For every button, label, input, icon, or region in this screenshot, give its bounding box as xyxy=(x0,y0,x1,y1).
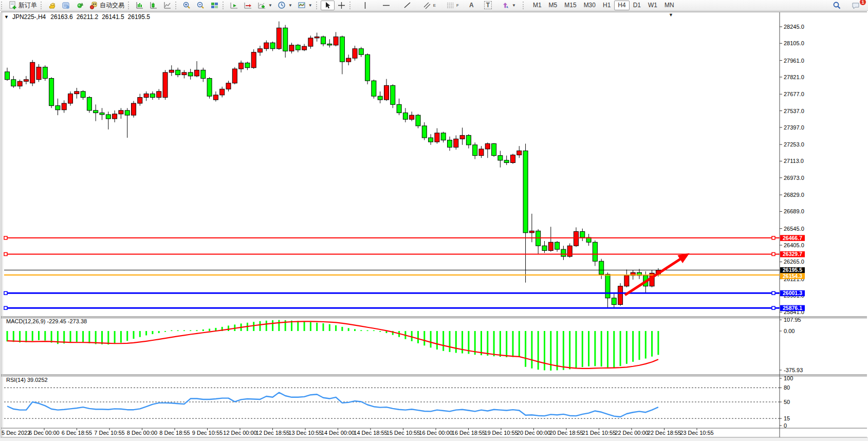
fibonacci-tool-button[interactable]: F xyxy=(444,1,461,10)
tile-windows-button[interactable] xyxy=(208,1,221,10)
line-handle[interactable] xyxy=(4,252,7,255)
timeframe-button-m30[interactable]: M30 xyxy=(580,1,599,10)
time-tick-label: 16 Dec 00:00 xyxy=(419,430,452,436)
chat-bubble-icon xyxy=(852,1,860,10)
candle-down xyxy=(296,45,300,50)
indicators-button[interactable]: ▼ xyxy=(255,1,275,10)
candle-down xyxy=(56,106,60,110)
line-handle[interactable] xyxy=(4,291,7,295)
candle-down xyxy=(125,111,130,115)
candle-down xyxy=(523,151,528,232)
zoom-out-button[interactable] xyxy=(194,1,208,10)
candle-chart-type-button[interactable] xyxy=(146,1,160,10)
timeframe-button-m15[interactable]: M15 xyxy=(561,1,580,10)
price-tick-label: 27537.0 xyxy=(784,108,804,114)
candle-down xyxy=(492,144,496,156)
timeframe-button-d1[interactable]: D1 xyxy=(630,1,644,10)
time-tick-label: 20 Dec 18:55 xyxy=(549,430,583,436)
notification-badge: 1 xyxy=(860,0,866,5)
line-chart-type-button[interactable] xyxy=(160,1,174,10)
timeframe-button-w1[interactable]: W1 xyxy=(644,1,661,10)
trendline-icon xyxy=(403,1,412,10)
horizontal-line-tool-button[interactable] xyxy=(379,1,393,10)
auto-scroll-button[interactable] xyxy=(227,1,241,10)
arrows-tool-button[interactable]: ▼ xyxy=(498,1,519,10)
line-handle[interactable] xyxy=(772,236,775,240)
line-handle[interactable] xyxy=(4,236,7,240)
candle-down xyxy=(555,242,560,249)
notifications-button[interactable]: 1 xyxy=(849,1,863,10)
symbol-ohlc-header: ▼ JPN225-,H4 26163.6 26211.2 26141.5 261… xyxy=(4,13,150,21)
candle-up xyxy=(24,80,28,81)
zoom-out-icon xyxy=(196,1,205,10)
rsi-axis-label: 100 xyxy=(784,375,793,381)
time-tick-label: 7 Dec 10:55 xyxy=(94,430,124,436)
candle-down xyxy=(466,135,471,144)
cursor-tool-button[interactable] xyxy=(321,1,335,10)
candle-down xyxy=(372,81,376,96)
zoom-in-button[interactable] xyxy=(180,1,194,10)
candle-down xyxy=(397,104,401,113)
rsi-axis-label: 80 xyxy=(784,384,790,391)
chart-window[interactable]: 28245.028105.027961.027821.027677.027537… xyxy=(0,11,868,437)
vertical-line-icon xyxy=(361,1,370,10)
timeframe-button-m1[interactable]: M1 xyxy=(529,1,545,10)
equidistant-channel-tool-button[interactable]: E xyxy=(420,1,438,10)
timeframe-button-h4[interactable]: H4 xyxy=(614,1,629,10)
templates-button[interactable]: ▼ xyxy=(295,1,315,10)
chart-shift-button[interactable] xyxy=(241,1,255,10)
price-tick-label: 27961.0 xyxy=(784,58,804,64)
timeframe-button-mn[interactable]: MN xyxy=(661,1,678,10)
line-handle[interactable] xyxy=(772,252,775,255)
chevron-down-icon: ▼ xyxy=(4,14,9,20)
candle-up xyxy=(239,63,244,69)
line-handle[interactable] xyxy=(4,306,7,309)
candlestick-chart-icon xyxy=(149,1,158,10)
horizontal-levels: 26466.726329.726195.526154.326001.325876… xyxy=(4,235,805,311)
crosshair-tool-button[interactable] xyxy=(335,1,348,10)
bar-chart-icon xyxy=(135,1,144,10)
template-icon xyxy=(298,1,306,10)
channel-icon xyxy=(423,1,432,10)
market-watch-icon xyxy=(48,1,57,10)
price-tick-label: 27677.0 xyxy=(784,91,804,97)
text-label-tool-button[interactable]: T xyxy=(482,1,494,10)
alerts-icon xyxy=(76,1,84,10)
candle-up xyxy=(460,135,465,139)
candle-up xyxy=(195,70,199,76)
candle-up xyxy=(226,83,231,89)
periods-button[interactable]: ▼ xyxy=(275,1,295,10)
search-button[interactable] xyxy=(830,1,844,10)
time-tick-label: 6 Dec 00:00 xyxy=(29,430,59,436)
candle-down xyxy=(106,115,110,119)
candle-down xyxy=(599,261,604,274)
time-tick-label: 8 Dec 00:00 xyxy=(127,430,157,436)
alerts-button[interactable] xyxy=(73,1,87,10)
price-tick-label: 27821.0 xyxy=(784,74,804,80)
auto-scroll-icon xyxy=(230,1,238,10)
candle-up xyxy=(169,70,174,72)
candle-down xyxy=(448,140,452,148)
market-watch-button[interactable] xyxy=(45,1,59,10)
line-handle[interactable] xyxy=(772,291,775,295)
timeframe-button-h1[interactable]: H1 xyxy=(599,1,614,10)
price-tick-label: 26973.0 xyxy=(784,175,804,181)
chart-shift-marker-icon[interactable]: ▼ xyxy=(669,12,673,17)
line-handle[interactable] xyxy=(772,306,775,309)
data-window-icon xyxy=(62,1,70,10)
data-window-button[interactable] xyxy=(59,1,73,10)
time-tick-label: 14 Dec 18:55 xyxy=(354,430,387,436)
fibonacci-label: F xyxy=(456,3,459,8)
autotrade-button[interactable]: 自动交易 xyxy=(87,1,127,10)
vertical-line-tool-button[interactable] xyxy=(358,1,372,10)
candle-down xyxy=(422,126,427,138)
chart-canvas[interactable]: 28245.028105.027961.027821.027677.027537… xyxy=(0,11,868,441)
bar-chart-type-button[interactable] xyxy=(133,1,146,10)
new-order-button[interactable]: 新订单 xyxy=(6,1,40,10)
timeframe-group: M1M5M15M30H1H4D1W1MN xyxy=(529,1,678,10)
candle-up xyxy=(511,155,515,162)
trendline-tool-button[interactable] xyxy=(400,1,414,10)
timeframe-button-m5[interactable]: M5 xyxy=(545,1,561,10)
candle-down xyxy=(270,43,275,49)
text-tool-button[interactable]: A xyxy=(467,1,476,10)
